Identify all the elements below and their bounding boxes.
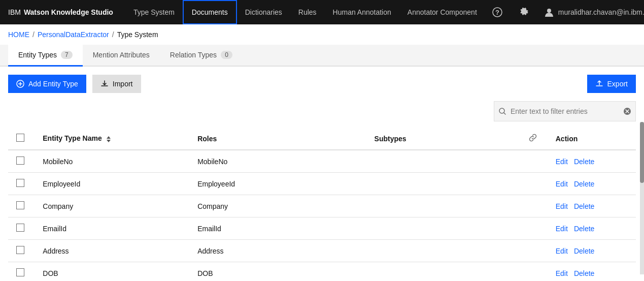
delete-button-2[interactable]: Delete	[574, 202, 594, 210]
table-row: EmployeeId EmployeeId Edit Delete	[8, 173, 636, 195]
entity-types-table: Entity Type Name Roles Subtypes	[0, 128, 644, 281]
row-roles-1: EmployeeId	[189, 173, 366, 195]
nav-human-annotation[interactable]: Human Annotation	[325, 0, 399, 24]
user-email: muralidhar.chavan@in.ibm.com	[558, 8, 644, 16]
edit-button-0[interactable]: Edit	[556, 158, 568, 166]
tabs-bar: Entity Types 7 Mention Attributes Relati…	[0, 45, 644, 67]
edit-button-5[interactable]: Edit	[556, 269, 568, 277]
user-menu[interactable]: muralidhar.chavan@in.ibm.com	[538, 0, 644, 24]
row-checkbox-1[interactable]	[16, 179, 24, 187]
row-name-1: EmployeeId	[35, 173, 189, 195]
row-checkbox-2[interactable]	[16, 201, 24, 209]
row-subtypes-1	[366, 173, 521, 195]
breadcrumb-current: Type System	[117, 30, 158, 39]
row-action-0: Edit Delete	[548, 150, 636, 173]
row-link-4	[521, 240, 547, 262]
settings-icon[interactable]	[512, 0, 536, 24]
row-roles-2: Company	[189, 195, 366, 217]
tab-relation-types[interactable]: Relation Types 0	[160, 45, 243, 67]
topnav: IBM Watson Knowledge Studio Type System …	[0, 0, 644, 24]
scrollbar-thumb[interactable]	[640, 122, 644, 183]
relation-types-badge: 0	[221, 51, 232, 59]
row-subtypes-4	[366, 240, 521, 262]
nav-links: Type System Documents Dictionaries Rules…	[125, 0, 485, 24]
search-container	[0, 101, 644, 128]
table-row: MobileNo MobileNo Edit Delete	[8, 150, 636, 173]
sort-icon[interactable]	[106, 136, 111, 143]
row-checkbox-cell	[8, 240, 35, 262]
edit-button-4[interactable]: Edit	[556, 247, 568, 255]
toolbar-right: Export	[587, 75, 636, 93]
row-checkbox-cell	[8, 173, 35, 195]
edit-button-1[interactable]: Edit	[556, 180, 568, 188]
import-icon	[100, 80, 109, 88]
row-action-1: Edit Delete	[548, 173, 636, 195]
breadcrumb-sep2: /	[112, 30, 114, 39]
tab-mention-attributes[interactable]: Mention Attributes	[83, 45, 160, 67]
row-checkbox-5[interactable]	[16, 268, 24, 276]
delete-button-5[interactable]: Delete	[574, 269, 594, 277]
brand: IBM Watson Knowledge Studio	[8, 8, 113, 16]
entity-types-badge: 7	[61, 51, 73, 59]
row-subtypes-0	[366, 150, 521, 173]
breadcrumb-sep1: /	[32, 30, 35, 39]
tab-entity-types[interactable]: Entity Types 7	[8, 45, 83, 67]
nav-type-system[interactable]: Type System	[125, 0, 183, 24]
row-subtypes-3	[366, 217, 521, 240]
row-action-3: Edit Delete	[548, 217, 636, 240]
row-checkbox-3[interactable]	[16, 224, 24, 232]
row-action-5: Edit Delete	[548, 262, 636, 282]
select-all-checkbox[interactable]	[16, 134, 24, 142]
import-button[interactable]: Import	[92, 75, 141, 93]
table-row: DOB DOB Edit Delete	[8, 262, 636, 282]
delete-button-4[interactable]: Delete	[574, 247, 594, 255]
nav-documents[interactable]: Documents	[183, 0, 237, 24]
roles-header: Roles	[189, 128, 366, 150]
search-input[interactable]	[511, 107, 623, 115]
link-icon	[529, 134, 537, 142]
help-icon[interactable]: ?	[485, 0, 510, 24]
table-row: Company Company Edit Delete	[8, 195, 636, 217]
row-name-3: EmailId	[35, 217, 189, 240]
row-link-2	[521, 195, 547, 217]
row-checkbox-0[interactable]	[16, 157, 24, 165]
breadcrumb-project[interactable]: PersonalDataExtractor	[38, 30, 109, 39]
nav-rules[interactable]: Rules	[290, 0, 325, 24]
row-link-3	[521, 217, 547, 240]
delete-button-3[interactable]: Delete	[574, 225, 594, 233]
row-action-2: Edit Delete	[548, 195, 636, 217]
entity-type-name-header: Entity Type Name	[35, 128, 189, 150]
search-box	[494, 101, 636, 121]
row-name-2: Company	[35, 195, 189, 217]
row-link-5	[521, 262, 547, 282]
brand-ibm: IBM	[8, 8, 21, 16]
table-row: EmailId EmailId Edit Delete	[8, 217, 636, 240]
scrollbar-track[interactable]	[640, 122, 644, 274]
edit-button-3[interactable]: Edit	[556, 225, 568, 233]
add-icon	[16, 80, 24, 88]
svg-marker-12	[107, 140, 111, 142]
row-subtypes-5	[366, 262, 521, 282]
nav-annotator-component[interactable]: Annotator Component	[399, 0, 485, 24]
action-header: Action	[548, 128, 636, 150]
edit-button-2[interactable]: Edit	[556, 202, 568, 210]
nav-dictionaries[interactable]: Dictionaries	[237, 0, 290, 24]
row-checkbox-cell	[8, 217, 35, 240]
svg-text:?: ?	[495, 9, 499, 16]
toolbar: Add Entity Type Import Export	[0, 67, 644, 101]
row-roles-4: Address	[189, 240, 366, 262]
row-name-4: Address	[35, 240, 189, 262]
table-row: Address Address Edit Delete	[8, 240, 636, 262]
export-button[interactable]: Export	[587, 75, 636, 93]
row-checkbox-4[interactable]	[16, 246, 24, 254]
row-name-0: MobileNo	[35, 150, 189, 173]
svg-point-2	[547, 9, 551, 13]
link-header	[521, 128, 547, 150]
delete-button-0[interactable]: Delete	[574, 158, 594, 166]
add-entity-type-button[interactable]: Add Entity Type	[8, 75, 86, 93]
row-roles-3: EmailId	[189, 217, 366, 240]
row-link-0	[521, 150, 547, 173]
search-clear-button[interactable]	[623, 107, 631, 115]
delete-button-1[interactable]: Delete	[574, 180, 594, 188]
breadcrumb-home[interactable]: HOME	[8, 30, 29, 39]
